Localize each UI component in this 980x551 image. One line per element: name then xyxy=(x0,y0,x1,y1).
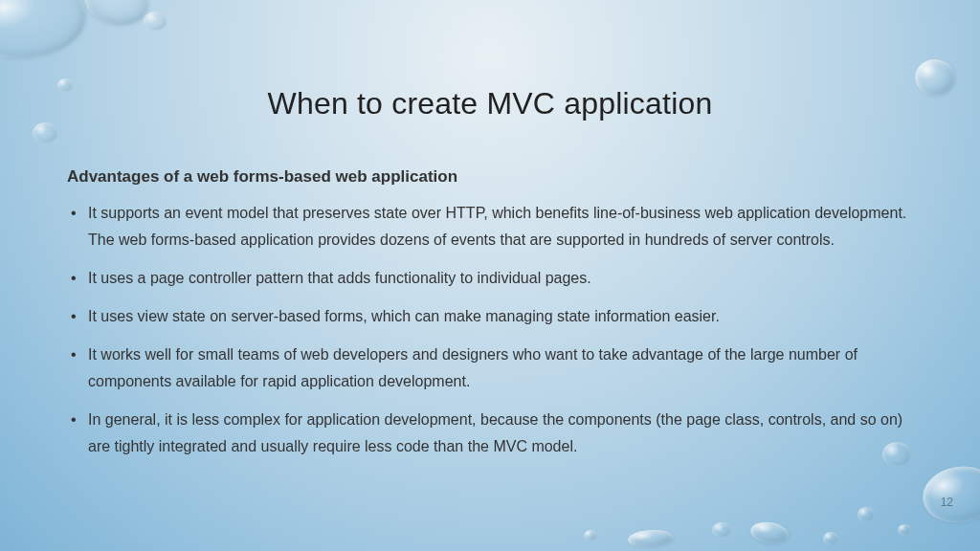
slide-subheading: Advantages of a web forms-based web appl… xyxy=(67,167,913,187)
slide-title: When to create MVC application xyxy=(67,86,913,121)
bullet-list: It supports an event model that preserve… xyxy=(67,200,913,460)
list-item: It uses a page controller pattern that a… xyxy=(71,265,913,292)
list-item: In general, it is less complex for appli… xyxy=(71,407,913,460)
page-number: 12 xyxy=(941,496,953,509)
list-item: It supports an event model that preserve… xyxy=(71,200,913,253)
list-item: It uses view state on server-based forms… xyxy=(71,303,913,330)
slide-content: When to create MVC application Advantage… xyxy=(0,0,980,551)
list-item: It works well for small teams of web dev… xyxy=(71,342,913,395)
